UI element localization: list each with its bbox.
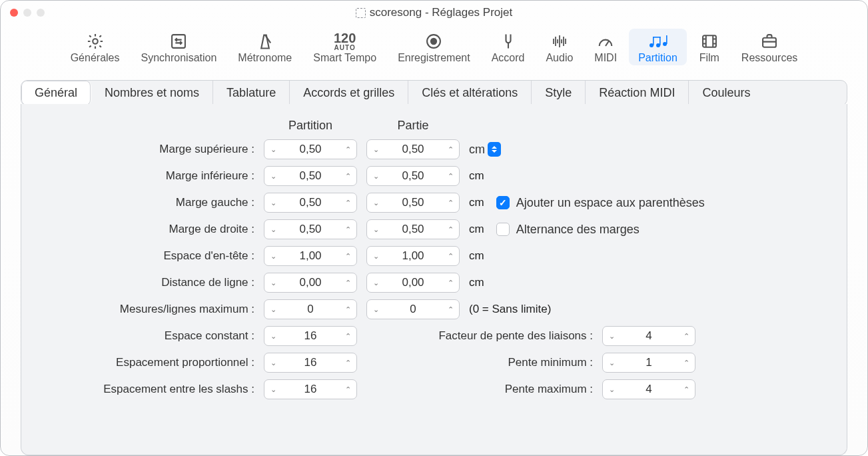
chevron-up-icon[interactable]: ⌃ <box>442 305 459 314</box>
chevron-up-icon[interactable]: ⌃ <box>339 199 356 207</box>
left-stepper-2[interactable]: ⌄ 16 ⌃ <box>264 379 357 399</box>
zoom-button[interactable] <box>37 9 45 17</box>
part-stepper-2[interactable]: ⌄ 0,50 ⌃ <box>366 193 460 213</box>
chevron-up-icon[interactable]: ⌃ <box>339 385 356 394</box>
tab-general[interactable]: Général <box>21 81 91 105</box>
score-stepper-0[interactable]: ⌄ 0,50 ⌃ <box>264 139 357 159</box>
chevron-down-icon[interactable]: ⌄ <box>264 199 282 207</box>
part-stepper-1[interactable]: ⌄ 0,50 ⌃ <box>366 166 460 186</box>
subtabs-wrap: Général Nombres et noms Tablature Accord… <box>1 68 867 106</box>
chevron-down-icon[interactable]: ⌄ <box>264 252 282 261</box>
stepper-value: 0,50 <box>282 196 339 209</box>
chevron-down-icon[interactable]: ⌄ <box>367 279 384 287</box>
chevron-up-icon[interactable]: ⌃ <box>339 332 356 341</box>
part-stepper-0[interactable]: ⌄ 0,50 ⌃ <box>366 139 460 159</box>
checkbox-icon[interactable] <box>496 196 510 209</box>
unit-text: cm <box>469 223 484 236</box>
toolbar-item-synchronisation[interactable]: Synchronisation <box>132 29 226 65</box>
chevron-down-icon[interactable]: ⌄ <box>603 332 620 341</box>
toolbar-item-ressources[interactable]: Ressources <box>732 29 807 65</box>
right-stepper-0[interactable]: ⌄ 4 ⌃ <box>602 326 695 346</box>
chevron-up-icon[interactable]: ⌃ <box>442 279 459 287</box>
chevron-up-icon[interactable]: ⌃ <box>442 252 459 261</box>
chevron-down-icon[interactable]: ⌄ <box>264 279 282 287</box>
chevron-up-icon[interactable]: ⌃ <box>339 305 356 314</box>
chevron-down-icon[interactable]: ⌄ <box>367 172 384 181</box>
chevron-up-icon[interactable]: ⌃ <box>339 172 356 181</box>
score-stepper-3[interactable]: ⌄ 0,50 ⌃ <box>264 219 357 239</box>
checkbox-paren[interactable]: Ajouter un espace aux parenthèses <box>496 196 705 210</box>
part-stepper-4[interactable]: ⌄ 1,00 ⌃ <box>366 246 460 266</box>
chevron-up-icon[interactable]: ⌃ <box>677 385 695 394</box>
tab-reaction-midi[interactable]: Réaction MIDI <box>586 81 689 105</box>
score-stepper-2[interactable]: ⌄ 0,50 ⌃ <box>264 193 357 213</box>
chevron-down-icon[interactable]: ⌄ <box>367 252 384 261</box>
toolbar-item-partition[interactable]: Partition <box>629 29 687 65</box>
toolbar-item-accord[interactable]: Accord <box>482 29 534 65</box>
score-stepper-4[interactable]: ⌄ 1,00 ⌃ <box>264 246 357 266</box>
toolbar-item-audio[interactable]: Audio <box>536 29 582 65</box>
score-stepper-5[interactable]: ⌄ 0,00 ⌃ <box>264 273 357 293</box>
toolbar-item-midi[interactable]: MIDI <box>585 29 626 65</box>
chevron-up-icon[interactable]: ⌃ <box>339 145 356 154</box>
select-knob-icon[interactable] <box>488 142 501 157</box>
chevron-up-icon[interactable]: ⌃ <box>442 199 459 207</box>
chevron-down-icon[interactable]: ⌄ <box>367 305 384 314</box>
part-stepper-6[interactable]: ⌄ 0 ⌃ <box>366 299 460 319</box>
chevron-up-icon[interactable]: ⌃ <box>677 359 695 367</box>
checkbox-alt[interactable]: Alternance des marges <box>496 223 640 237</box>
toolbar-item-film[interactable]: Film <box>689 29 729 65</box>
row2-label-left: Espacement proportionnel : <box>41 356 254 369</box>
checkbox-icon[interactable] <box>496 223 510 236</box>
chevron-up-icon[interactable]: ⌃ <box>339 252 356 261</box>
stepper-value: 4 <box>620 383 677 396</box>
chevron-up-icon[interactable]: ⌃ <box>339 359 356 367</box>
record-icon <box>424 31 443 51</box>
toolbar-item-metronome[interactable]: Métronome <box>228 29 301 65</box>
close-button[interactable] <box>10 9 18 17</box>
right-stepper-1[interactable]: ⌄ 1 ⌃ <box>602 353 695 373</box>
traffic-lights <box>1 9 45 17</box>
part-stepper-3[interactable]: ⌄ 0,50 ⌃ <box>366 219 460 239</box>
tab-tablature[interactable]: Tablature <box>213 81 290 105</box>
toolbar-item-smarttempo[interactable]: 120 AUTO Smart Tempo <box>304 29 386 65</box>
left-stepper-0[interactable]: ⌄ 16 ⌃ <box>264 326 357 346</box>
score-stepper-6[interactable]: ⌄ 0 ⌃ <box>264 299 357 319</box>
chevron-down-icon[interactable]: ⌄ <box>603 385 620 394</box>
svg-point-3 <box>431 39 436 44</box>
part-stepper-5[interactable]: ⌄ 0,00 ⌃ <box>366 273 460 293</box>
tab-label: Clés et altérations <box>422 86 518 99</box>
tab-accords[interactable]: Accords et grilles <box>290 81 408 105</box>
chevron-up-icon[interactable]: ⌃ <box>339 225 356 234</box>
chevron-up-icon[interactable]: ⌃ <box>442 225 459 234</box>
chevron-down-icon[interactable]: ⌄ <box>264 332 282 341</box>
chevron-up-icon[interactable]: ⌃ <box>677 332 695 341</box>
score-stepper-1[interactable]: ⌄ 0,50 ⌃ <box>264 166 357 186</box>
tab-cles[interactable]: Clés et altérations <box>408 81 532 105</box>
tab-style[interactable]: Style <box>532 81 586 105</box>
chevron-down-icon[interactable]: ⌄ <box>603 359 620 367</box>
chevron-down-icon[interactable]: ⌄ <box>264 172 282 181</box>
left-stepper-1[interactable]: ⌄ 16 ⌃ <box>264 353 357 373</box>
toolbar-label: Synchronisation <box>141 52 217 64</box>
minimize-button[interactable] <box>23 9 31 17</box>
chevron-up-icon[interactable]: ⌃ <box>442 172 459 181</box>
chevron-down-icon[interactable]: ⌄ <box>264 305 282 314</box>
unit-select[interactable]: cm <box>469 142 501 157</box>
chevron-up-icon[interactable]: ⌃ <box>339 279 356 287</box>
chevron-down-icon[interactable]: ⌄ <box>264 359 282 367</box>
toolbar-item-generales[interactable]: Générales <box>61 29 129 65</box>
chevron-down-icon[interactable]: ⌄ <box>367 225 384 234</box>
tab-couleurs[interactable]: Couleurs <box>689 81 763 105</box>
chevron-up-icon[interactable]: ⌃ <box>442 145 459 154</box>
toolbar-label: Enregistrement <box>398 52 470 64</box>
chevron-down-icon[interactable]: ⌄ <box>264 145 282 154</box>
chevron-down-icon[interactable]: ⌄ <box>264 225 282 234</box>
toolbar-item-enregistrement[interactable]: Enregistrement <box>388 29 480 65</box>
chevron-down-icon[interactable]: ⌄ <box>264 385 282 394</box>
project-settings-window: scoresong - Réglages Projet Générales Sy… <box>0 0 868 456</box>
chevron-down-icon[interactable]: ⌄ <box>367 199 384 207</box>
chevron-down-icon[interactable]: ⌄ <box>367 145 384 154</box>
tab-nombres[interactable]: Nombres et noms <box>91 81 213 105</box>
right-stepper-2[interactable]: ⌄ 4 ⌃ <box>602 379 695 399</box>
